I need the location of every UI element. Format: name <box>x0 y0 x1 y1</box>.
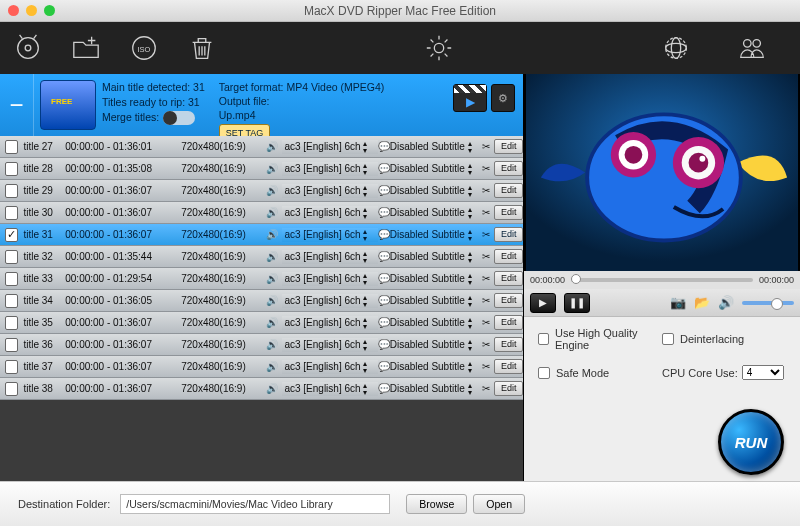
subtitle-select[interactable]: Disabled Subtitle ▴▾ <box>390 250 479 264</box>
merge-toggle[interactable] <box>163 111 195 125</box>
scissors-icon[interactable]: ✂ <box>479 295 492 306</box>
iso-icon[interactable]: ISO <box>126 30 162 66</box>
volume-icon[interactable]: 🔊 <box>718 295 734 310</box>
audio-select[interactable]: ac3 [English] 6ch ▴▾ <box>282 272 377 286</box>
trash-icon[interactable] <box>184 30 220 66</box>
add-folder-icon[interactable] <box>68 30 104 66</box>
subtitle-select[interactable]: Disabled Subtitle ▴▾ <box>390 206 479 220</box>
edit-button[interactable]: Edit <box>494 183 523 198</box>
row-checkbox[interactable] <box>5 382 18 396</box>
open-button[interactable]: Open <box>473 494 525 514</box>
audio-select[interactable]: ac3 [English] 6ch ▴▾ <box>282 184 377 198</box>
volume-slider[interactable] <box>742 301 794 305</box>
open-snapshot-folder-icon[interactable]: 📂 <box>694 295 710 310</box>
row-checkbox[interactable] <box>5 140 18 154</box>
table-row[interactable]: title 3600:00:00 - 01:36:07720x480(16:9)… <box>0 334 523 356</box>
edit-button[interactable]: Edit <box>494 293 523 308</box>
edit-button[interactable]: Edit <box>494 227 523 242</box>
scissors-icon[interactable]: ✂ <box>479 339 492 350</box>
snapshot-icon[interactable]: 📷 <box>670 295 686 310</box>
subtitle-select[interactable]: Disabled Subtitle ▴▾ <box>390 272 479 286</box>
table-row[interactable]: title 2700:00:00 - 01:36:01720x480(16:9)… <box>0 136 523 158</box>
cpu-cores-select[interactable]: 4 <box>742 365 784 380</box>
table-row[interactable]: title 3300:00:00 - 01:29:54720x480(16:9)… <box>0 268 523 290</box>
audio-select[interactable]: ac3 [English] 6ch ▴▾ <box>282 250 377 264</box>
table-row[interactable]: title 3400:00:00 - 01:36:05720x480(16:9)… <box>0 290 523 312</box>
table-row[interactable]: ✓title 3100:00:00 - 01:36:07720x480(16:9… <box>0 224 523 246</box>
subtitle-select[interactable]: Disabled Subtitle ▴▾ <box>390 360 479 374</box>
table-row[interactable]: title 3700:00:00 - 01:36:07720x480(16:9)… <box>0 356 523 378</box>
play-button[interactable]: ▶ <box>530 293 556 313</box>
time-slider[interactable] <box>571 278 753 282</box>
deinterlacing-option[interactable]: Deinterlacing <box>662 333 786 345</box>
row-checkbox[interactable] <box>5 162 18 176</box>
pause-button[interactable]: ❚❚ <box>564 293 590 313</box>
scissors-icon[interactable]: ✂ <box>479 229 492 240</box>
row-checkbox[interactable] <box>5 294 18 308</box>
preview-clapper-button[interactable]: ▶ <box>453 84 487 112</box>
scissors-icon[interactable]: ✂ <box>479 185 492 196</box>
edit-button[interactable]: Edit <box>494 359 523 374</box>
settings-gear-icon[interactable] <box>421 30 457 66</box>
audio-select[interactable]: ac3 [English] 6ch ▴▾ <box>282 360 377 374</box>
output-settings-button[interactable]: ⚙ <box>491 84 515 112</box>
edit-button[interactable]: Edit <box>494 315 523 330</box>
table-row[interactable]: title 2800:00:00 - 01:35:08720x480(16:9)… <box>0 158 523 180</box>
edit-button[interactable]: Edit <box>494 161 523 176</box>
subtitle-select[interactable]: Disabled Subtitle ▴▾ <box>390 294 479 308</box>
scissors-icon[interactable]: ✂ <box>479 383 492 394</box>
scissors-icon[interactable]: ✂ <box>479 163 492 174</box>
collapse-toggle[interactable]: − <box>0 74 34 136</box>
audio-select[interactable]: ac3 [English] 6ch ▴▾ <box>282 316 377 330</box>
edit-button[interactable]: Edit <box>494 337 523 352</box>
scissors-icon[interactable]: ✂ <box>479 141 492 152</box>
table-row[interactable]: title 2900:00:00 - 01:36:07720x480(16:9)… <box>0 180 523 202</box>
dvd-disc-icon[interactable] <box>10 30 46 66</box>
edit-button[interactable]: Edit <box>494 381 523 396</box>
dest-folder-path[interactable]: /Users/scmacmini/Movies/Mac Video Librar… <box>120 494 390 514</box>
row-checkbox[interactable] <box>5 206 18 220</box>
scissors-icon[interactable]: ✂ <box>479 273 492 284</box>
subtitle-select[interactable]: Disabled Subtitle ▴▾ <box>390 338 479 352</box>
safe-mode-option[interactable]: Safe Mode <box>538 367 662 379</box>
edit-button[interactable]: Edit <box>494 249 523 264</box>
table-row[interactable]: title 3000:00:00 - 01:36:07720x480(16:9)… <box>0 202 523 224</box>
table-row[interactable]: title 3200:00:00 - 01:35:44720x480(16:9)… <box>0 246 523 268</box>
row-checkbox[interactable] <box>5 250 18 264</box>
row-checkbox[interactable] <box>5 338 18 352</box>
title-resolution: 720x480(16:9) <box>181 207 265 218</box>
audio-select[interactable]: ac3 [English] 6ch ▴▾ <box>282 294 377 308</box>
audio-select[interactable]: ac3 [English] 6ch ▴▾ <box>282 140 377 154</box>
audio-select[interactable]: ac3 [English] 6ch ▴▾ <box>282 382 377 396</box>
audio-select[interactable]: ac3 [English] 6ch ▴▾ <box>282 228 377 242</box>
subtitle-select[interactable]: Disabled Subtitle ▴▾ <box>390 228 479 242</box>
edit-button[interactable]: Edit <box>494 139 523 154</box>
subtitle-select[interactable]: Disabled Subtitle ▴▾ <box>390 140 479 154</box>
row-checkbox[interactable] <box>5 360 18 374</box>
scissors-icon[interactable]: ✂ <box>479 251 492 262</box>
edit-button[interactable]: Edit <box>494 205 523 220</box>
subtitle-select[interactable]: Disabled Subtitle ▴▾ <box>390 184 479 198</box>
browse-button[interactable]: Browse <box>406 494 467 514</box>
table-row[interactable]: title 3500:00:00 - 01:36:07720x480(16:9)… <box>0 312 523 334</box>
audio-select[interactable]: ac3 [English] 6ch ▴▾ <box>282 162 377 176</box>
table-row[interactable]: title 3800:00:00 - 01:36:07720x480(16:9)… <box>0 378 523 400</box>
audio-select[interactable]: ac3 [English] 6ch ▴▾ <box>282 338 377 352</box>
hq-engine-option[interactable]: Use High Quality Engine <box>538 327 662 351</box>
audio-select[interactable]: ac3 [English] 6ch ▴▾ <box>282 206 377 220</box>
title-list[interactable]: title 2700:00:00 - 01:36:01720x480(16:9)… <box>0 136 523 481</box>
subtitle-select[interactable]: Disabled Subtitle ▴▾ <box>390 316 479 330</box>
edit-button[interactable]: Edit <box>494 271 523 286</box>
row-checkbox[interactable] <box>5 184 18 198</box>
row-checkbox[interactable] <box>5 272 18 286</box>
people-icon[interactable] <box>734 30 770 66</box>
subtitle-select[interactable]: Disabled Subtitle ▴▾ <box>390 382 479 396</box>
subtitle-select[interactable]: Disabled Subtitle ▴▾ <box>390 162 479 176</box>
row-checkbox[interactable] <box>5 316 18 330</box>
row-checkbox[interactable]: ✓ <box>5 228 18 242</box>
scissors-icon[interactable]: ✂ <box>479 207 492 218</box>
scissors-icon[interactable]: ✂ <box>479 317 492 328</box>
run-button[interactable]: RUN <box>718 409 784 475</box>
web-globe-icon[interactable] <box>658 30 694 66</box>
scissors-icon[interactable]: ✂ <box>479 361 492 372</box>
